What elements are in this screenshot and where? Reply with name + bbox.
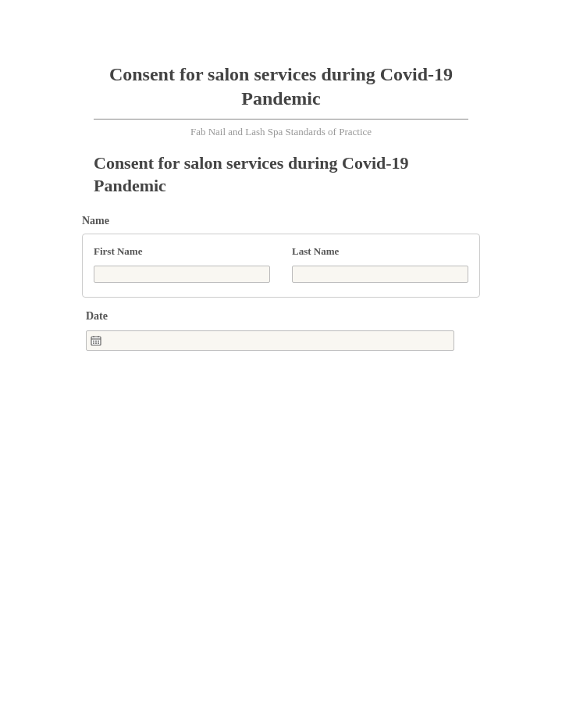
- last-name-input[interactable]: [292, 266, 468, 283]
- name-field-label: Name: [82, 215, 476, 227]
- last-name-column: Last Name: [292, 245, 468, 283]
- calendar-icon: [90, 334, 102, 347]
- svg-rect-8: [95, 342, 97, 344]
- first-name-input[interactable]: [94, 266, 270, 283]
- date-field-label: Date: [86, 310, 476, 323]
- date-input-wrapper[interactable]: [86, 330, 454, 351]
- name-input-group: First Name Last Name: [82, 234, 480, 298]
- svg-rect-9: [98, 342, 99, 344]
- page-subtitle: Fab Nail and Lash Spa Standards of Pract…: [86, 126, 476, 138]
- last-name-label: Last Name: [292, 245, 468, 258]
- svg-rect-5: [95, 341, 97, 342]
- page-title: Consent for salon services during Covid-…: [86, 62, 476, 119]
- svg-rect-6: [98, 341, 99, 342]
- date-input[interactable]: [102, 331, 450, 350]
- first-name-column: First Name: [94, 245, 270, 283]
- first-name-label: First Name: [94, 245, 270, 258]
- header-divider: [94, 119, 468, 120]
- section-heading: Consent for salon services during Covid-…: [86, 152, 476, 197]
- svg-rect-4: [93, 341, 94, 342]
- svg-rect-7: [93, 342, 94, 344]
